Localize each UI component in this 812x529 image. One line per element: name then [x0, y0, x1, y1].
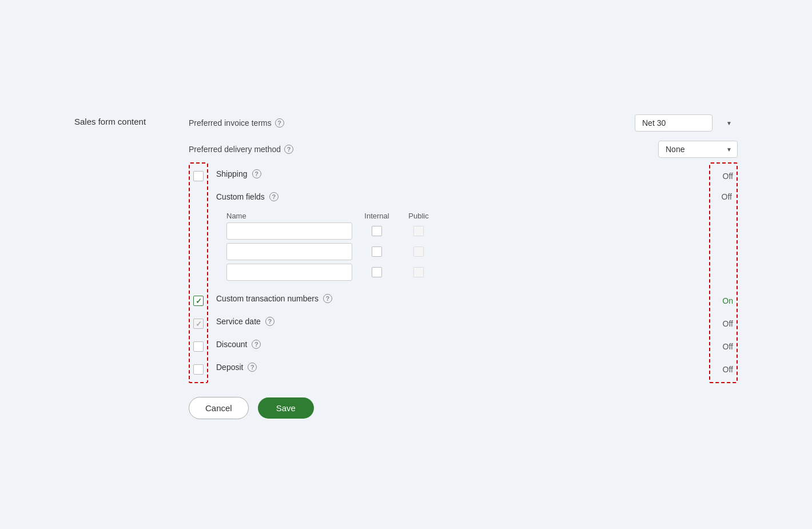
custom-trans-label-row: Custom transaction numbers ?: [212, 287, 709, 310]
cf-header-row: Name Internal Public: [226, 212, 709, 220]
custom-fields-checkbox-cell: [191, 188, 206, 289]
custom-fields-status: Off: [715, 192, 732, 201]
service-date-checkbox[interactable]: [193, 319, 204, 329]
custom-fields-table: Name Internal Public: [226, 212, 709, 284]
shipping-checkbox[interactable]: [193, 171, 204, 181]
delivery-method-row: Preferred delivery method ? None Email P…: [189, 136, 738, 162]
custom-fields-help-icon[interactable]: ?: [269, 192, 278, 201]
deposit-label-row: Deposit ?: [212, 356, 709, 379]
shipping-label-row: Shipping ?: [212, 162, 709, 185]
custom-trans-status-cell: On: [714, 289, 735, 312]
deposit-status: Off: [716, 365, 733, 374]
cf-row-2: [226, 243, 709, 260]
save-button[interactable]: Save: [258, 397, 314, 419]
deposit-label: Deposit: [216, 363, 243, 372]
custom-transaction-status: On: [716, 296, 733, 305]
service-date-status-cell: Off: [714, 312, 735, 335]
cf-col-internal-header: Internal: [357, 212, 397, 220]
discount-checkbox-cell: [191, 335, 206, 358]
custom-transaction-numbers-checkbox[interactable]: [193, 296, 204, 306]
service-date-label: Service date: [216, 317, 261, 326]
invoice-terms-label: Preferred invoice terms: [189, 118, 272, 128]
deposit-help-icon[interactable]: ?: [248, 363, 257, 372]
shipping-label: Shipping: [216, 169, 248, 178]
delivery-method-help-icon[interactable]: ?: [284, 145, 293, 154]
custom-trans-checkbox-cell: [191, 289, 206, 312]
cf-row-3: [226, 264, 709, 281]
custom-fields-section: Custom fields ? Name Internal Public: [212, 185, 709, 287]
discount-checkbox[interactable]: [193, 341, 204, 352]
invoice-terms-row: Preferred invoice terms ? Net 30 Net 15 …: [189, 110, 738, 136]
cf-name-input-3[interactable]: [226, 264, 352, 281]
cf-public-checkbox-1[interactable]: [413, 226, 424, 236]
shipping-status-cell: Off: [714, 165, 735, 188]
service-date-checkbox-cell: [191, 312, 206, 335]
cf-name-input-1[interactable]: [226, 222, 352, 240]
cf-internal-checkbox-3[interactable]: [372, 267, 382, 277]
cf-col-name-header: Name: [226, 212, 352, 220]
cancel-button[interactable]: Cancel: [189, 397, 249, 419]
discount-help-icon[interactable]: ?: [252, 340, 261, 349]
discount-label-row: Discount ?: [212, 333, 709, 356]
cf-internal-checkbox-1[interactable]: [372, 226, 382, 236]
invoice-terms-help-icon[interactable]: ?: [275, 118, 284, 128]
custom-fields-status-cell: Off: [715, 188, 735, 289]
cf-public-checkbox-2[interactable]: [413, 246, 424, 257]
delivery-method-select[interactable]: None Email Print Print and Email: [658, 141, 738, 158]
service-date-status: Off: [716, 319, 733, 328]
custom-transaction-numbers-label: Custom transaction numbers: [216, 294, 319, 303]
cf-public-checkbox-3[interactable]: [413, 267, 424, 277]
cf-col-public-header: Public: [401, 212, 436, 220]
discount-status: Off: [716, 342, 733, 351]
shipping-checkbox-cell: [191, 165, 206, 188]
discount-status-cell: Off: [714, 335, 735, 358]
invoice-terms-select[interactable]: Net 30 Net 15 Net 60 Due on receipt: [635, 114, 713, 132]
cf-internal-checkbox-2[interactable]: [372, 246, 382, 257]
deposit-checkbox[interactable]: [193, 364, 204, 375]
buttons-row: Cancel Save: [189, 383, 738, 419]
custom-fields-label: Custom fields: [216, 192, 265, 201]
service-date-label-row: Service date ?: [212, 310, 709, 333]
deposit-status-cell: Off: [714, 358, 735, 381]
service-date-help-icon[interactable]: ?: [265, 317, 274, 326]
delivery-method-label: Preferred delivery method: [189, 145, 281, 154]
shipping-status: Off: [716, 172, 733, 181]
status-column: Off Off On Off Off: [709, 162, 738, 383]
labels-column: Shipping ? Custom fields ? N: [208, 162, 709, 379]
shipping-help-icon[interactable]: ?: [252, 169, 261, 178]
cf-row-1: [226, 222, 709, 240]
discount-label: Discount: [216, 340, 247, 349]
main-options-grid: Shipping ? Custom fields ? N: [189, 162, 738, 383]
custom-trans-help-icon[interactable]: ?: [323, 294, 332, 303]
deposit-checkbox-cell: [191, 358, 206, 381]
section-title: Sales form content: [74, 110, 189, 419]
checkbox-column: [189, 162, 208, 383]
custom-fields-label-row: Custom fields ?: [212, 185, 709, 208]
cf-name-input-2[interactable]: [226, 243, 352, 260]
